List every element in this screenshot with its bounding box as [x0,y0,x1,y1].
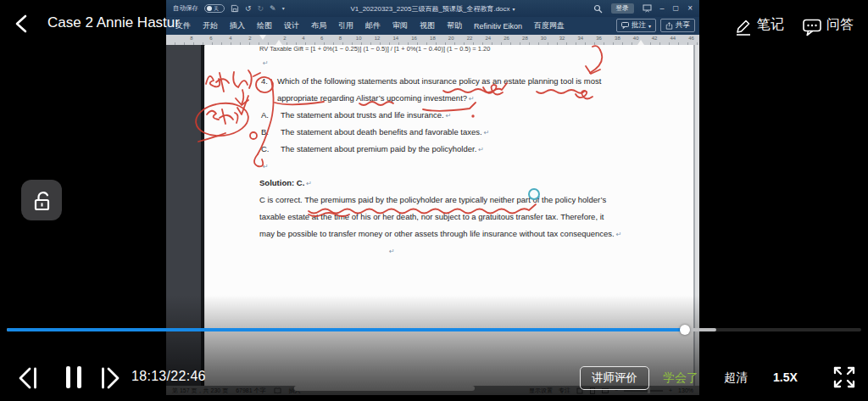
time-display: 18:13/22:46 [131,369,206,384]
first-line-indent-marker[interactable] [259,35,266,40]
minimize-button[interactable]: – [660,5,665,13]
ruler-number: 14 [392,36,398,41]
proofing-icon[interactable] [274,387,281,394]
option-a-letter: A. [261,110,269,120]
ruler-number: 4 [302,36,304,41]
learned-button[interactable]: 学会了 [663,370,698,386]
solution-line: Solution: C.↵ [259,178,312,187]
ruler-number: 16 [411,36,417,41]
comments-button[interactable]: 批注 ▾ [616,19,656,32]
ruler-number: 38 [615,36,620,41]
option-c-text: The statement about premium paid by the … [281,144,484,153]
qa-button[interactable]: 问答 [826,16,854,34]
qa-chat-icon[interactable] [802,18,822,36]
screen-lock-button[interactable] [21,180,62,220]
progress-handle[interactable] [680,325,690,335]
tab-layout[interactable]: 布局 [305,20,332,31]
tab-help[interactable]: 帮助 [441,20,468,31]
speed-button[interactable]: 1.5X [773,370,798,384]
teacher-review-button[interactable]: 讲师评价 [580,366,649,390]
ruler-number: 36 [596,36,602,41]
ruler-number: 8 [339,36,342,41]
explanation-line3: may be possible to transfer money or oth… [259,229,621,238]
ruler-number: 20 [448,36,454,41]
word-titlebar: 自动保存 关 ↺ ↻ ✎ ▾ V1_20220323_2205三级百题_预课版_… [166,0,699,17]
undo-icon[interactable]: ↺ [245,5,252,13]
empty-paragraph-mark: ↵ [261,58,269,67]
empty-paragraph-mark: ↵ [387,246,395,255]
ruler-number: 30 [541,36,547,41]
close-button[interactable]: × [687,4,693,13]
autosave-label: 自动保存 [173,4,198,13]
display-settings[interactable]: 显示设置 [529,387,553,395]
ruler-number: 10 [356,36,362,41]
page-info[interactable]: 第 157 页，共 230 页 [172,387,228,395]
video-title: Case 2 Annie Hastur [47,14,180,31]
page-left-edge [201,45,204,386]
focus-mode[interactable]: 专注 [559,387,570,395]
question-line1: Which of the following statements about … [277,76,601,86]
quality-button[interactable]: 超清 [724,370,748,386]
fullscreen-button[interactable] [832,365,857,390]
ruler-number: 18 [430,36,436,41]
ruler-number: 4 [229,36,231,41]
ruler-number: 12 [375,36,381,41]
pen-icon[interactable]: ✎ [270,5,276,13]
tab-mailings[interactable]: 邮件 [359,20,387,31]
more-commands-icon[interactable]: ▾ [282,6,285,11]
option-a-text: The statement about trusts and life insu… [281,110,451,120]
save-icon[interactable] [231,4,239,13]
ruler-number: 24 [485,36,491,41]
ruler-number: 34 [577,36,583,41]
tab-references[interactable]: 引用 [332,20,359,31]
video-player-stage: 自动保存 关 ↺ ↻ ✎ ▾ V1_20220323_2205三级百题_预课版_… [0,0,868,401]
right-margin-area [695,45,699,386]
ruler-number: 40 [633,36,639,41]
zoom-in-button[interactable]: + [669,387,672,393]
explanation-line2: taxable estate at the time of his or her… [259,212,604,221]
ruler-number: 2 [248,36,251,41]
ruler-number: 46 [688,36,694,41]
tab-review[interactable]: 审阅 [387,20,414,31]
previous-button[interactable] [17,366,39,390]
word-count[interactable]: 67981 个字 [236,387,265,395]
ruler-number: 44 [670,36,676,41]
document-gutter [166,45,201,386]
tab-baidu-netdisk[interactable]: 百度网盘 [528,20,570,31]
option-b-letter: B. [261,127,269,136]
progress-bar[interactable] [7,328,861,331]
ruler-number: 26 [504,36,509,41]
ruler-number: 8 [190,36,192,41]
tab-insert[interactable]: 插入 [224,20,251,31]
question-number: 4. [261,76,268,86]
toggle-knob-icon [207,6,212,11]
share-button[interactable]: 共享 [660,19,695,32]
horizontal-scrollbar-thumb[interactable] [294,386,475,391]
restore-button[interactable]: ▢ [673,5,680,12]
tab-design[interactable]: 设计 [278,20,305,31]
back-button[interactable] [14,14,29,33]
search-icon[interactable] [593,4,603,14]
notes-button[interactable]: 笔记 [757,16,784,34]
tab-home[interactable]: 开始 [197,20,224,31]
zoom-level[interactable]: 130% [678,387,693,393]
ruler-number: 42 [652,36,658,41]
comment-bubble-icon [621,22,629,29]
redo-icon[interactable]: ↻ [258,5,264,13]
empty-paragraph-mark: ↵ [261,161,269,170]
ruler-number: 32 [559,36,565,41]
pause-button[interactable] [63,365,85,390]
unlock-icon [30,188,53,212]
tab-draw[interactable]: 绘图 [251,20,278,31]
ruler-number: 28 [522,36,528,41]
ribbon-display-options-icon[interactable] [643,4,652,13]
title-caret-icon: ▾ [513,6,515,12]
tab-refinitiv-eikon[interactable]: Refinitiv Eikon [468,22,528,31]
tab-view[interactable]: 视图 [414,20,441,31]
autosave-toggle[interactable]: 关 [204,4,225,13]
share-icon [665,22,673,30]
question-line2: appropriate regarding Alistar’s upcoming… [277,93,475,103]
next-button[interactable] [99,366,121,390]
login-button[interactable]: 登录 [611,3,634,14]
notes-pencil-icon[interactable] [734,17,753,36]
